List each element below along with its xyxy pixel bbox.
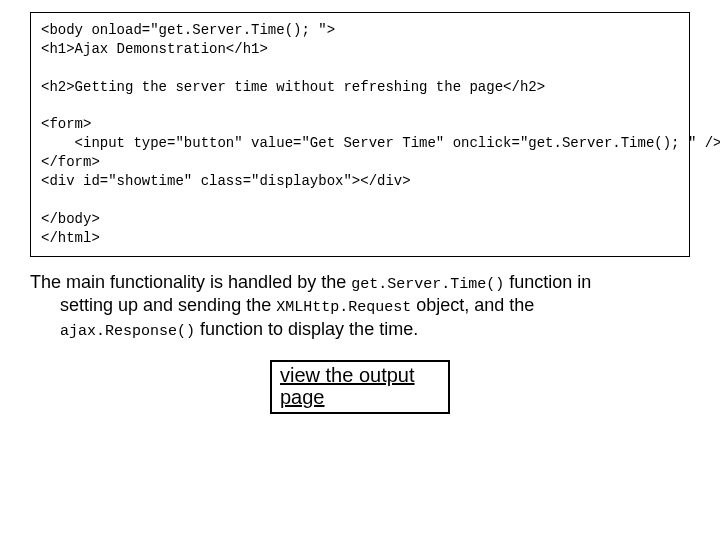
code-line: <h1>Ajax Demonstration</h1>: [41, 41, 268, 57]
code-line: <input type="button" value="Get Server T…: [41, 135, 720, 151]
inline-code: get.Server.Time(): [351, 276, 504, 293]
code-line: </html>: [41, 230, 100, 246]
code-line: </form>: [41, 154, 100, 170]
text: object, and the: [411, 295, 534, 315]
code-line: <h2>Getting the server time without refr…: [41, 79, 545, 95]
code-block: <body onload="get.Server.Time(); "> <h1>…: [30, 12, 690, 257]
text: setting up and sending the: [60, 295, 276, 315]
text: function in: [504, 272, 591, 292]
text: The main functionality is handled by the: [30, 272, 351, 292]
inline-code: XMLHttp.Request: [276, 299, 411, 316]
view-output-link[interactable]: view the output page: [270, 360, 450, 414]
code-line: <div id="showtime" class="displaybox"></…: [41, 173, 411, 189]
description-paragraph: The main functionality is handled by the…: [30, 271, 690, 342]
code-line: <form>: [41, 116, 91, 132]
inline-code: ajax.Response(): [60, 323, 195, 340]
code-line: </body>: [41, 211, 100, 227]
code-line: <body onload="get.Server.Time(); ">: [41, 22, 335, 38]
text: function to display the time.: [195, 319, 418, 339]
